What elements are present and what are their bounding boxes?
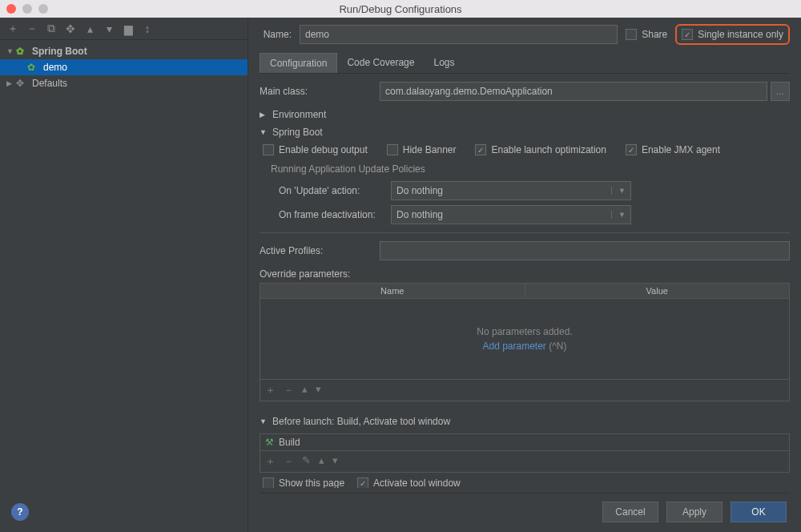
enable-launch-opt-label: Enable launch optimization xyxy=(491,144,606,155)
params-header-value: Value xyxy=(525,284,790,298)
tree-label: demo xyxy=(43,62,67,73)
add-icon[interactable]: ＋ xyxy=(265,383,276,397)
show-page-label: Show this page xyxy=(279,478,344,488)
single-instance-checkbox[interactable] xyxy=(682,29,693,40)
tab-configuration[interactable]: Configuration xyxy=(260,53,337,73)
titlebar: Run/Debug Configurations xyxy=(0,0,801,18)
browse-main-class-button[interactable]: … xyxy=(771,82,790,101)
single-instance-highlight: Single instance only xyxy=(675,24,790,45)
spring-boot-section[interactable]: ▼ Spring Boot xyxy=(260,127,790,138)
on-frame-value: Do nothing xyxy=(396,209,443,220)
gear-icon: ✥ xyxy=(16,78,29,89)
chevron-down-icon: ▼ xyxy=(611,187,626,195)
chevron-right-icon: ▶ xyxy=(260,111,268,119)
config-tree: ▼ ✿ Spring Boot ✿ demo ▶ ✥ Defaults xyxy=(0,40,248,532)
remove-icon[interactable]: － xyxy=(284,383,294,397)
before-launch-list: ⚒ Build ＋ － ✎ ▴ ▾ xyxy=(260,433,790,473)
spring-boot-label: Spring Boot xyxy=(272,127,323,138)
share-checkbox[interactable] xyxy=(626,29,637,40)
before-launch-toolbar: ＋ － ✎ ▴ ▾ xyxy=(260,450,789,472)
sidebar: ＋ － ⧉ ✥ ▴ ▾ ▆ ↕ ▼ ✿ Spring Boot ✿ demo ▶… xyxy=(0,18,248,532)
activate-tool-label: Activate tool window xyxy=(373,478,461,488)
params-toolbar: ＋ － ▴ ▾ xyxy=(260,379,789,401)
on-frame-label: On frame deactivation: xyxy=(279,209,391,220)
window-minimize-button[interactable] xyxy=(22,4,32,14)
copy-icon[interactable]: ⧉ xyxy=(45,22,58,35)
edit-icon[interactable]: ✎ xyxy=(302,454,311,469)
enable-jmx-checkbox[interactable] xyxy=(626,144,637,155)
hide-banner-label: Hide Banner xyxy=(403,144,457,155)
enable-debug-label: Enable debug output xyxy=(279,144,368,155)
divider xyxy=(260,232,790,233)
window-close-button[interactable] xyxy=(6,4,16,14)
enable-debug-checkbox[interactable] xyxy=(263,144,274,155)
no-params-text: No parameters added. xyxy=(477,326,572,337)
active-profiles-label: Active Profiles: xyxy=(260,245,380,256)
show-page-checkbox[interactable] xyxy=(263,478,274,488)
chevron-down-icon: ▼ xyxy=(260,417,268,425)
main-class-label: Main class: xyxy=(260,86,380,97)
override-params-label: Override parameters: xyxy=(260,268,790,280)
chevron-down-icon: ▼ xyxy=(260,128,268,136)
add-icon[interactable]: ＋ xyxy=(6,22,19,35)
activate-tool-checkbox[interactable] xyxy=(357,478,368,488)
help-button[interactable]: ? xyxy=(11,503,29,521)
up-icon[interactable]: ▴ xyxy=(319,454,324,469)
update-policies-label: Running Application Update Policies xyxy=(271,163,790,175)
share-label: Share xyxy=(642,29,667,40)
tab-code-coverage[interactable]: Code Coverage xyxy=(337,53,424,73)
folder-icon[interactable]: ▆ xyxy=(122,22,135,35)
add-param-link[interactable]: Add parameter xyxy=(482,341,545,352)
remove-icon[interactable]: － xyxy=(26,22,38,35)
on-update-value: Do nothing xyxy=(396,185,443,196)
collapse-icon[interactable]: ↕ xyxy=(141,22,154,35)
window-title: Run/Debug Configurations xyxy=(6,3,795,15)
tree-label: Spring Boot xyxy=(32,46,87,57)
before-launch-item[interactable]: ⚒ Build xyxy=(260,434,789,450)
form-area: Main class: … ▶ Environment ▼ Spring Boo… xyxy=(260,82,790,488)
down-icon[interactable]: ▾ xyxy=(316,383,321,397)
chevron-right-icon: ▶ xyxy=(6,79,16,87)
spring-icon: ✿ xyxy=(16,46,29,57)
environment-label: Environment xyxy=(272,109,326,120)
cancel-button[interactable]: Cancel xyxy=(602,502,658,522)
tree-item-spring-boot[interactable]: ▼ ✿ Spring Boot xyxy=(0,43,248,59)
before-launch-label: Before launch: Build, Activate tool wind… xyxy=(272,416,450,427)
build-label: Build xyxy=(279,437,300,448)
up-icon[interactable]: ▴ xyxy=(83,22,96,35)
environment-section[interactable]: ▶ Environment xyxy=(260,109,790,120)
down-icon[interactable]: ▾ xyxy=(332,454,338,469)
window-zoom-button[interactable] xyxy=(38,4,48,14)
before-launch-section[interactable]: ▼ Before launch: Build, Activate tool wi… xyxy=(260,416,790,427)
name-input[interactable] xyxy=(300,25,618,44)
hide-banner-checkbox[interactable] xyxy=(387,144,398,155)
params-table: Name Value No parameters added. Add para… xyxy=(260,283,790,401)
settings-icon[interactable]: ✥ xyxy=(64,22,77,35)
enable-launch-opt-checkbox[interactable] xyxy=(475,144,486,155)
remove-icon[interactable]: － xyxy=(284,454,294,469)
add-param-hint: (^N) xyxy=(549,341,566,352)
down-icon[interactable]: ▾ xyxy=(103,22,115,35)
dialog-buttons: Cancel Apply OK xyxy=(260,493,790,532)
params-header-name: Name xyxy=(260,284,525,298)
tree-item-defaults[interactable]: ▶ ✥ Defaults xyxy=(0,75,248,91)
single-instance-label: Single instance only xyxy=(698,29,783,40)
add-icon[interactable]: ＋ xyxy=(265,454,276,469)
main-class-input[interactable] xyxy=(380,82,767,101)
up-icon[interactable]: ▴ xyxy=(302,383,308,397)
sidebar-toolbar: ＋ － ⧉ ✥ ▴ ▾ ▆ ↕ xyxy=(0,18,248,40)
hammer-icon: ⚒ xyxy=(265,437,274,448)
on-update-select[interactable]: Do nothing ▼ xyxy=(391,181,631,200)
tabs: Configuration Code Coverage Logs xyxy=(260,53,790,74)
tab-logs[interactable]: Logs xyxy=(424,53,464,73)
tree-item-demo[interactable]: ✿ demo xyxy=(0,59,248,75)
apply-button[interactable]: Apply xyxy=(666,502,723,522)
on-update-label: On 'Update' action: xyxy=(279,185,391,196)
tree-label: Defaults xyxy=(32,78,67,89)
name-label: Name: xyxy=(260,29,292,40)
active-profiles-input[interactable] xyxy=(380,241,790,260)
on-frame-select[interactable]: Do nothing ▼ xyxy=(391,205,631,224)
ok-button[interactable]: OK xyxy=(731,502,787,522)
chevron-down-icon: ▼ xyxy=(6,47,16,55)
chevron-down-icon: ▼ xyxy=(611,211,626,219)
